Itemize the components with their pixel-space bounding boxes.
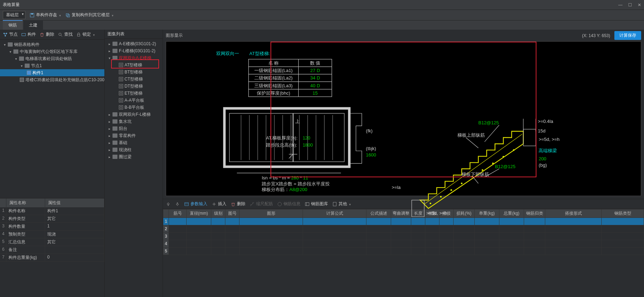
svg-rect-10 [78, 34, 80, 36]
folder-icon [113, 42, 117, 46]
doc-icon [119, 63, 123, 67]
component-tree[interactable]: ▾钢筋表格构件 ▾中海寰御时代公馆E区地下车库 ▾电梯基坑素砼回填处钢筋 ▾节点… [0, 40, 104, 198]
lock-icon [76, 32, 81, 37]
main-tabs: 钢筋 土建 [0, 20, 644, 30]
tab-rebar[interactable]: 钢筋 [3, 20, 23, 30]
svg-text:三级钢筋锚固(La3): 三级钢筋锚固(La3) [255, 83, 293, 88]
atlas-title: 图集列表 [105, 30, 163, 39]
prop-row[interactable]: 2构件类型其它 [0, 215, 104, 223]
folder-icon [113, 133, 117, 138]
prop-row[interactable]: 5汇总信息其它 [0, 238, 104, 246]
drawing-canvas[interactable]: 双网双向一 AT型楼梯: 名 称 数 值 一级钢筋锚固(La1) 27 D [166, 41, 641, 196]
tree-item[interactable]: 塔楼C35素砼回填处补充钢筋点筋C10-200 [0, 76, 104, 83]
svg-text:梯板下部纵筋: 梯板下部纵筋 [461, 172, 489, 177]
window-title: 表格算量 [3, 2, 618, 8]
folder-icon [113, 148, 117, 152]
svg-line-80 [485, 125, 499, 142]
prop-header-value: 属性值 [45, 198, 104, 207]
atlas-tree[interactable]: ▸A-E楼梯(03G101-2) ▸F-L楼梯(03G101-2) ▾双网双向A… [105, 39, 163, 297]
node-button[interactable]: 节点 [3, 31, 18, 37]
prop-row[interactable]: 4预制类型现浇 [0, 231, 104, 238]
table-row[interactable]: 3 [163, 233, 644, 240]
svg-point-63 [503, 156, 504, 158]
maximize-icon[interactable]: ☐ [628, 2, 632, 7]
svg-text:1600: 1600 [366, 152, 376, 158]
svg-text:保护层厚度(bhc): 保护层厚度(bhc) [257, 90, 291, 96]
tree-item[interactable]: ▾节点1 [0, 62, 104, 69]
component-button[interactable]: 构件 [21, 31, 36, 37]
svg-text:(fk): (fk) [366, 128, 373, 133]
atlas-item[interactable]: ▸现浇柱 [105, 146, 163, 153]
atlas-item[interactable]: ▸阳台 [105, 125, 163, 132]
lock-button[interactable]: 锁定 [76, 31, 95, 37]
tree-root[interactable]: ▾钢筋表格构件 [0, 41, 104, 48]
table-row[interactable]: 1 [163, 218, 644, 225]
svg-rect-7 [22, 33, 26, 36]
atlas-item[interactable]: ▾双网双向A-E楼梯 [105, 54, 163, 61]
svg-text:踏步宽X踏步数 = 踏步段水平度投: 踏步宽X踏步数 = 踏步段水平度投 [262, 181, 330, 186]
svg-point-62 [492, 162, 494, 164]
svg-text:数 值: 数 值 [310, 60, 321, 66]
prop-row[interactable]: 1构件名称构件1 [0, 207, 104, 215]
atlas-item[interactable]: ▸A-E楼梯(03G101-2) [105, 40, 163, 47]
atlas-item[interactable]: ▸圈过梁 [105, 153, 163, 160]
delete-button[interactable]: 删除 [40, 31, 54, 37]
prop-row[interactable]: 7构件总重量(kg)0 [0, 254, 104, 262]
folder-icon [113, 119, 117, 124]
svg-text:梯板分布筋：A8@200: 梯板分布筋：A8@200 [262, 187, 308, 192]
atlas-item[interactable]: ▸F-L楼梯(03G101-2) [105, 47, 163, 54]
folder-icon [8, 42, 13, 47]
svg-text:双网双向一: 双网双向一 [216, 51, 239, 56]
atlas-item[interactable]: ▸双网双向F-L楼梯 [105, 111, 163, 118]
svg-text:15d: 15d [538, 128, 546, 133]
atlas-item[interactable]: ET型楼梯 [105, 90, 163, 97]
atlas-item[interactable]: ▸集水坑 [105, 118, 163, 125]
table-row[interactable]: 2 [163, 225, 644, 233]
prop-row[interactable]: 6备注 [0, 246, 104, 254]
svg-point-61 [482, 169, 484, 171]
svg-text:AT型楼梯:: AT型楼梯: [249, 51, 270, 56]
svg-text:1800: 1800 [303, 142, 313, 148]
tree-item[interactable]: ▾中海寰御时代公馆E区地下车库 [0, 48, 104, 55]
table-row[interactable]: 5 [163, 248, 644, 255]
doc-icon [119, 77, 123, 81]
svg-text:>=0.4la: >=0.4la [538, 119, 553, 124]
trash-icon [40, 32, 44, 37]
svg-line-9 [61, 35, 62, 36]
atlas-item[interactable]: DT型楼梯 [105, 83, 163, 90]
folder-icon [113, 56, 117, 60]
svg-text:>=la: >=la [392, 185, 401, 190]
graphic-title: 图形显示 [166, 32, 183, 38]
atlas-item[interactable]: BT型楼梯 [105, 69, 163, 76]
tab-civil[interactable]: 土建 [23, 20, 43, 30]
atlas-item[interactable]: CT型楼梯 [105, 76, 163, 83]
find-button[interactable]: 查找 [58, 31, 73, 37]
copy-component-button[interactable]: 复制构件到其它楼层 [65, 12, 114, 18]
rebar-grid[interactable]: 筋号直径(mm)级别图号图形计算公式公式描述弯曲调整长度根数搭接损耗(%)单重(… [163, 209, 644, 297]
minimize-icon[interactable]: — [618, 2, 622, 7]
close-icon[interactable]: ✕ [638, 2, 641, 7]
svg-point-58 [451, 189, 452, 191]
node-icon [3, 32, 8, 37]
atlas-item[interactable]: ▸基础 [105, 139, 163, 146]
svg-text:40 D: 40 D [310, 83, 320, 88]
left-toolbar: 节点 构件 删除 查找 锁定 [0, 30, 104, 40]
folder-icon [113, 49, 117, 53]
layer-select[interactable]: 基础层 [3, 11, 25, 19]
atlas-item[interactable]: B-B平台板 [105, 104, 163, 111]
svg-point-56 [430, 203, 431, 204]
atlas-item[interactable]: ▸零星构件 [105, 132, 163, 139]
atlas-item[interactable]: A-A平台板 [105, 97, 163, 104]
folder-icon [19, 57, 24, 61]
atlas-item-selected[interactable]: AT型楼梯 [105, 61, 163, 69]
save-component-button[interactable]: 单构件存盘 [30, 12, 61, 18]
prop-row[interactable]: 3构件数量1 [0, 223, 104, 231]
table-row[interactable]: 4 [163, 240, 644, 248]
tree-item-selected[interactable]: 构件1 [0, 69, 104, 76]
properties-panel: 属性名称 属性值 1构件名称构件12构件类型其它3构件数量14预制类型现浇5汇总… [0, 198, 104, 297]
tree-item[interactable]: ▾电梯基坑素砼回填处钢筋 [0, 55, 104, 62]
svg-rect-1 [31, 13, 33, 14]
calc-save-button[interactable]: 计算保存 [614, 31, 641, 40]
coord-display: (X: 143 Y: 653) [582, 33, 610, 38]
main-toolbar: 基础层 单构件存盘 复制构件到其它楼层 [0, 10, 644, 20]
